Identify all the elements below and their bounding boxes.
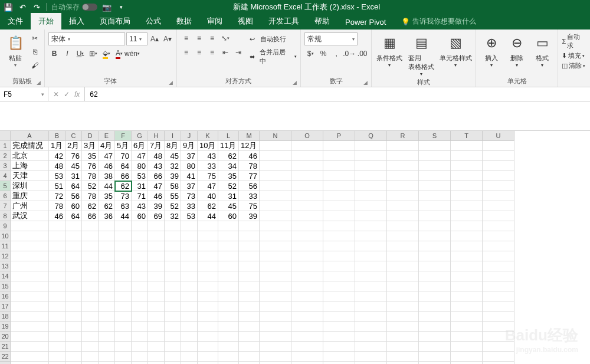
cell[interactable] — [387, 342, 419, 352]
cell[interactable]: 62 — [115, 181, 132, 191]
select-all-corner[interactable] — [0, 131, 11, 141]
cell[interactable] — [239, 311, 260, 322]
cell[interactable]: 47 — [132, 151, 148, 161]
format-as-table-button[interactable]: ▤套用 表格格式▾ — [405, 31, 437, 77]
cut-icon[interactable]: ✂ — [29, 32, 41, 44]
cell[interactable]: 35 — [218, 171, 239, 181]
cell[interactable] — [65, 301, 82, 311]
cell[interactable] — [451, 231, 483, 241]
cell[interactable] — [82, 251, 99, 261]
cell[interactable] — [49, 231, 65, 241]
cell[interactable] — [115, 352, 132, 362]
cell[interactable] — [239, 291, 260, 301]
cell[interactable] — [260, 141, 291, 151]
cell[interactable]: 44 — [99, 181, 115, 191]
col-header-H[interactable]: H — [148, 131, 165, 140]
cell[interactable]: 31 — [218, 191, 239, 201]
cell[interactable] — [218, 221, 239, 231]
font-color-icon[interactable]: A▾ — [113, 48, 125, 60]
cell[interactable] — [115, 281, 132, 291]
decrease-indent-icon[interactable]: ⇤ — [219, 47, 231, 58]
row-header-6[interactable]: 6 — [0, 191, 10, 201]
cell[interactable] — [483, 201, 514, 211]
bold-button[interactable]: B — [48, 48, 60, 60]
cell[interactable]: 33 — [198, 161, 218, 171]
cell[interactable] — [387, 161, 419, 171]
cell[interactable] — [82, 271, 99, 281]
cell[interactable] — [419, 181, 451, 191]
cell[interactable] — [11, 301, 49, 311]
cell[interactable] — [148, 301, 165, 311]
cell[interactable] — [239, 362, 260, 364]
orientation-icon[interactable]: ⤡▾ — [219, 32, 231, 44]
cell[interactable]: 33 — [181, 201, 198, 211]
insert-cells-button[interactable]: ⊕插入▾ — [480, 31, 503, 68]
cell[interactable] — [260, 161, 291, 171]
cell[interactable] — [115, 261, 132, 271]
cell[interactable] — [260, 211, 291, 221]
cell[interactable] — [323, 161, 355, 171]
cell[interactable] — [323, 251, 355, 261]
cell[interactable] — [387, 322, 419, 332]
cell[interactable] — [260, 251, 291, 261]
cell[interactable]: 63 — [115, 201, 132, 211]
cell[interactable] — [387, 221, 419, 231]
cell[interactable] — [218, 261, 239, 271]
cell[interactable] — [11, 342, 49, 352]
cell[interactable] — [49, 261, 65, 271]
cell[interactable] — [355, 241, 387, 251]
tab-数据[interactable]: 数据 — [169, 13, 199, 29]
fill-button[interactable]: ⬇ 填充▾ — [562, 51, 586, 60]
cell[interactable]: 73 — [115, 191, 132, 201]
cell[interactable] — [198, 342, 218, 352]
cell[interactable] — [181, 342, 198, 352]
cell[interactable] — [355, 201, 387, 211]
cell[interactable] — [49, 251, 65, 261]
cell[interactable]: 32 — [165, 161, 181, 171]
cell[interactable] — [387, 141, 419, 151]
cell[interactable] — [165, 362, 181, 364]
cell[interactable] — [451, 291, 483, 301]
cell[interactable] — [65, 251, 82, 261]
cell[interactable]: 31 — [132, 181, 148, 191]
cell[interactable] — [148, 231, 165, 241]
phonetic-icon[interactable]: wén▾ — [126, 48, 138, 60]
cell[interactable] — [419, 301, 451, 311]
col-header-T[interactable]: T — [451, 131, 483, 140]
cell-styles-button[interactable]: ▧单元格样式▾ — [439, 31, 472, 68]
cell[interactable]: 58 — [165, 181, 181, 191]
cell[interactable] — [483, 322, 514, 332]
cell[interactable]: 36 — [99, 211, 115, 221]
cell[interactable]: 6月 — [132, 141, 148, 151]
cell[interactable]: 77 — [239, 171, 260, 181]
cell[interactable] — [99, 221, 115, 231]
cell[interactable] — [419, 332, 451, 342]
cell[interactable] — [419, 342, 451, 352]
cell[interactable] — [419, 161, 451, 171]
cell[interactable] — [239, 301, 260, 311]
cell[interactable]: 64 — [115, 161, 132, 171]
cell[interactable] — [165, 352, 181, 362]
cell[interactable]: 37 — [181, 181, 198, 191]
cell[interactable]: 53 — [181, 211, 198, 221]
cell[interactable] — [291, 161, 323, 171]
cell[interactable] — [82, 322, 99, 332]
tab-页面布局[interactable]: 页面布局 — [92, 13, 138, 29]
cell[interactable] — [198, 221, 218, 231]
cell[interactable] — [355, 322, 387, 332]
cell[interactable] — [181, 291, 198, 301]
cell[interactable]: 66 — [82, 211, 99, 221]
cell[interactable] — [132, 261, 148, 271]
cell[interactable] — [355, 332, 387, 342]
cell[interactable] — [198, 322, 218, 332]
cell[interactable] — [132, 271, 148, 281]
cell[interactable] — [65, 352, 82, 362]
cell[interactable] — [323, 281, 355, 291]
cell[interactable] — [49, 311, 65, 322]
align-right-icon[interactable]: ≡ — [206, 47, 218, 58]
cell[interactable] — [419, 271, 451, 281]
cell[interactable] — [355, 261, 387, 271]
cell[interactable] — [99, 281, 115, 291]
cell[interactable] — [260, 151, 291, 161]
cell[interactable] — [65, 281, 82, 291]
